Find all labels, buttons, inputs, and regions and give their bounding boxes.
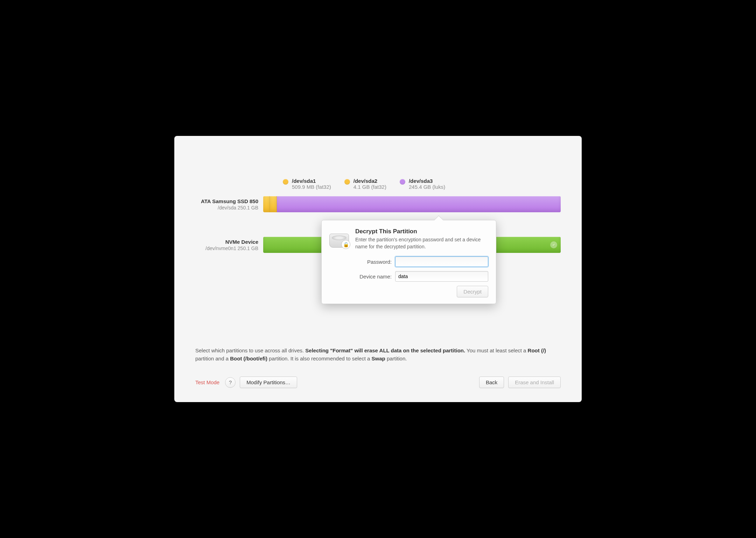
decrypt-button[interactable]: Decrypt	[457, 286, 488, 297]
popover-description: Enter the partition's encryption passwor…	[355, 236, 488, 250]
disk-row-sda: ATA Samsung SSD 850 /dev/sda 250.1 GB	[195, 196, 561, 212]
help-mid: partition and a	[195, 356, 230, 361]
disk-name: ATA Samsung SSD 850	[195, 198, 258, 204]
partition-seg-sda1[interactable]	[263, 196, 270, 212]
partition-legend: /dev/sda1 509.9 MB (fat32) /dev/sda2 4.1…	[283, 178, 561, 190]
test-mode-label: Test Mode	[195, 379, 219, 385]
help-bold: Selecting "Format" will erase ALL data o…	[305, 347, 465, 353]
help-mid: You must at least select a	[467, 347, 528, 353]
legend-dev: /dev/sda1	[292, 178, 331, 184]
help-suffix: partition.	[387, 356, 407, 361]
popover-title: Decrypt This Partition	[355, 228, 488, 235]
partition-seg-sda2[interactable]	[270, 196, 277, 212]
help-bold: Swap	[372, 356, 385, 361]
disk-path: /dev/sda 250.1 GB	[195, 205, 258, 211]
decrypt-popover: 🔒 Decrypt This Partition Enter the parti…	[321, 220, 496, 304]
legend-item-sda3: /dev/sda3 245.4 GB (luks)	[400, 178, 445, 190]
installer-window: /dev/sda1 509.9 MB (fat32) /dev/sda2 4.1…	[174, 136, 582, 402]
legend-dot-icon	[400, 179, 405, 185]
password-label: Password:	[329, 259, 392, 265]
erase-install-button[interactable]: Erase and Install	[508, 377, 561, 388]
legend-dev: /dev/sda2	[354, 178, 386, 184]
legend-dot-icon	[283, 179, 288, 185]
password-input[interactable]	[395, 256, 488, 267]
partition-bar-sda[interactable]	[263, 196, 561, 212]
partition-seg-sda3[interactable]	[277, 196, 561, 212]
help-button[interactable]: ?	[225, 377, 236, 388]
drive-lock-icon: 🔒	[329, 228, 349, 248]
legend-sub: 4.1 GB (fat32)	[354, 184, 386, 190]
disk-path: /dev/nvme0n1 250.1 GB	[195, 246, 258, 251]
device-name-label: Device name:	[329, 274, 392, 280]
legend-sub: 509.9 MB (fat32)	[292, 184, 331, 190]
disk-name: NVMe Device	[195, 239, 258, 245]
legend-item-sda1: /dev/sda1 509.9 MB (fat32)	[283, 178, 331, 190]
help-text: Select which partitions to use across al…	[195, 347, 561, 363]
back-button[interactable]: Back	[479, 377, 504, 388]
legend-sub: 245.4 GB (luks)	[409, 184, 445, 190]
modify-partitions-button[interactable]: Modify Partitions…	[240, 377, 297, 388]
check-icon	[550, 241, 557, 248]
help-bold: Boot (/boot/efi)	[230, 356, 267, 361]
footer-bar: Test Mode ? Modify Partitions… Back Eras…	[195, 377, 561, 388]
help-mid: partition. It is also recommended to sel…	[269, 356, 371, 361]
legend-dot-icon	[344, 179, 350, 185]
legend-dev: /dev/sda3	[409, 178, 445, 184]
help-bold: Root (/)	[528, 347, 546, 353]
device-name-input[interactable]	[395, 271, 488, 282]
help-prefix: Select which partitions to use across al…	[195, 347, 305, 353]
legend-item-sda2: /dev/sda2 4.1 GB (fat32)	[344, 178, 386, 190]
